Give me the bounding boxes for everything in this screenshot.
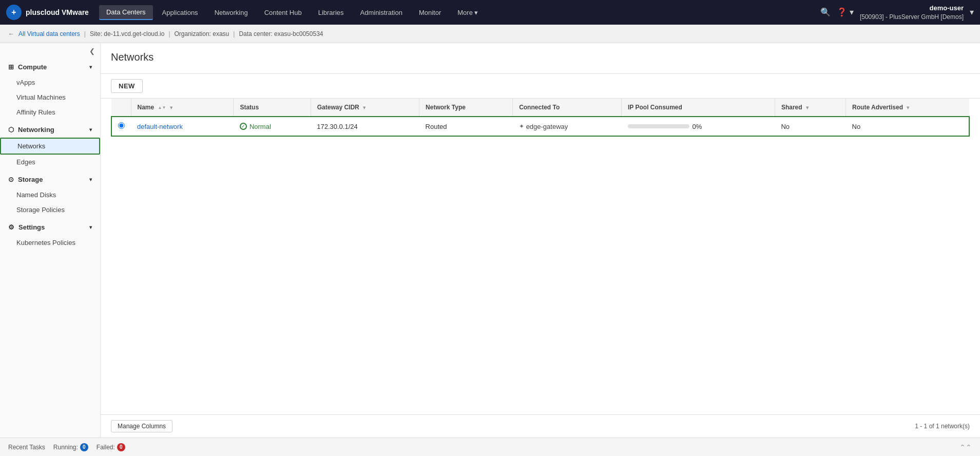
status-bar: Recent Tasks Running: 0 Failed: 0 ⌃⌃ <box>0 438 980 456</box>
sidebar-item-storage-policies[interactable]: Storage Policies <box>0 202 100 217</box>
nav-item-more[interactable]: More ▾ <box>450 6 485 20</box>
networks-table: Name ▲▼ ▾ Status Gateway CIDR ▾ Networ <box>111 99 970 137</box>
row-connected-to-cell: ✦ edge-gateway <box>513 117 622 136</box>
sidebar: ❮ ⊞ Compute ▾ vApps Virtual Machines Aff… <box>0 43 101 438</box>
settings-icon: ⚙ <box>8 223 14 231</box>
row-radio[interactable] <box>118 122 125 129</box>
row-shared-cell: No <box>775 117 846 136</box>
compute-icon: ⊞ <box>8 63 14 71</box>
table-footer: Manage Columns 1 - 1 of 1 network(s) <box>101 414 980 438</box>
search-icon[interactable]: 🔍 <box>820 7 831 17</box>
shared-value: No <box>781 123 790 130</box>
row-status-cell: ✓ Normal <box>234 117 311 136</box>
sidebar-section-compute: ⊞ Compute ▾ vApps Virtual Machines Affin… <box>0 59 100 120</box>
logo-icon: + <box>6 5 22 20</box>
breadcrumb-bar: ← All Virtual data centers | Site: de-11… <box>0 25 980 43</box>
logo-area[interactable]: + pluscloud VMware <box>6 5 89 20</box>
route-advertised-value: No <box>852 123 861 130</box>
sidebar-item-affinity-rules[interactable]: Affinity Rules <box>0 105 100 120</box>
breadcrumb-org: Organization: exasu <box>175 30 229 37</box>
sidebar-section-storage: ⊙ Storage ▾ Named Disks Storage Policies <box>0 172 100 217</box>
user-info[interactable]: demo-user [500903] - PlusServer GmbH [De… <box>860 4 964 22</box>
nav-item-monitor[interactable]: Monitor <box>412 6 448 20</box>
breadcrumb-site: Site: de-11.vcd.get-cloud.io <box>90 30 164 37</box>
gateway-filter-icon[interactable]: ▾ <box>363 105 366 110</box>
settings-chevron: ▾ <box>89 224 92 230</box>
row-ip-pool-cell: 0% <box>622 117 775 136</box>
name-sort-icons[interactable]: ▲▼ <box>158 105 166 110</box>
sidebar-section-header-storage[interactable]: ⊙ Storage ▾ <box>0 172 100 187</box>
networking-chevron: ▾ <box>89 127 92 132</box>
user-name: demo-user <box>860 4 964 13</box>
status-bar-left: Recent Tasks Running: 0 Failed: 0 <box>8 443 125 451</box>
sidebar-item-networks[interactable]: Networks <box>0 138 100 155</box>
separator-3: | <box>233 30 235 37</box>
collapse-icon: ❮ <box>89 47 95 55</box>
th-connected-to: Connected To <box>513 99 622 117</box>
pagination-info: 1 - 1 of 1 network(s) <box>915 423 970 430</box>
help-icon[interactable]: ❓ ▾ <box>837 7 853 17</box>
compute-label: Compute <box>18 63 47 71</box>
networking-label: Networking <box>18 126 54 134</box>
status-bar-collapse-button[interactable]: ⌃⌃ <box>959 443 972 451</box>
sidebar-section-header-settings[interactable]: ⚙ Settings ▾ <box>0 219 100 235</box>
network-name-link[interactable]: default-network <box>137 123 183 130</box>
nav-items: Data Centers Applications Networking Con… <box>99 5 821 20</box>
th-checkbox <box>111 99 131 117</box>
sidebar-section-header-networking[interactable]: ⬡ Networking ▾ <box>0 122 100 138</box>
sidebar-item-edges[interactable]: Edges <box>0 155 100 169</box>
brand-name: pluscloud VMware <box>26 8 89 16</box>
route-advertised-filter-icon[interactable]: ▾ <box>907 105 909 110</box>
edge-gateway: ✦ edge-gateway <box>519 123 616 130</box>
row-route-advertised-cell: No <box>846 117 969 136</box>
status-label: Normal <box>249 123 271 130</box>
network-type-value: Routed <box>426 123 447 130</box>
sidebar-collapse-button[interactable]: ❮ <box>0 43 100 59</box>
nav-item-datacenters[interactable]: Data Centers <box>99 5 153 20</box>
user-menu-chevron[interactable]: ▾ <box>970 7 974 17</box>
new-button[interactable]: NEW <box>111 79 143 93</box>
page-content: Networks NEW Name ▲▼ ▾ Status <box>101 43 980 438</box>
page-header: Networks <box>101 43 980 74</box>
settings-label: Settings <box>18 223 45 231</box>
sidebar-item-virtual-machines[interactable]: Virtual Machines <box>0 90 100 105</box>
row-checkbox-cell[interactable] <box>111 117 131 136</box>
top-navigation: + pluscloud VMware Data Centers Applicat… <box>0 0 980 25</box>
sidebar-item-named-disks[interactable]: Named Disks <box>0 187 100 202</box>
table-container: Name ▲▼ ▾ Status Gateway CIDR ▾ Networ <box>101 99 980 414</box>
action-bar: NEW <box>101 74 980 99</box>
nav-item-administration[interactable]: Administration <box>353 6 410 20</box>
storage-icon: ⊙ <box>8 176 14 183</box>
networking-icon: ⬡ <box>8 126 14 134</box>
nav-item-contenthub[interactable]: Content Hub <box>257 6 309 20</box>
running-count-badge: 0 <box>80 443 88 451</box>
failed-badge: Failed: 0 <box>97 443 125 451</box>
running-badge: Running: 0 <box>53 443 88 451</box>
sidebar-section-header-compute[interactable]: ⊞ Compute ▾ <box>0 59 100 75</box>
th-gateway-cidr[interactable]: Gateway CIDR ▾ <box>311 99 419 117</box>
gateway-cidr-value: 172.30.0.1/24 <box>317 123 358 130</box>
breadcrumb-vdc-link[interactable]: All Virtual data centers <box>18 30 80 37</box>
sidebar-item-vapps[interactable]: vApps <box>0 75 100 90</box>
th-shared[interactable]: Shared ▾ <box>775 99 846 117</box>
sidebar-section-settings: ⚙ Settings ▾ Kubernetes Policies <box>0 219 100 250</box>
storage-label: Storage <box>18 176 43 183</box>
nav-item-applications[interactable]: Applications <box>155 6 205 20</box>
th-route-advertised[interactable]: Route Advertised ▾ <box>846 99 969 117</box>
edge-gateway-label: edge-gateway <box>526 123 568 130</box>
nav-item-networking[interactable]: Networking <box>207 6 255 20</box>
main-container: ❮ ⊞ Compute ▾ vApps Virtual Machines Aff… <box>0 43 980 438</box>
manage-columns-button[interactable]: Manage Columns <box>111 420 172 432</box>
compute-chevron: ▾ <box>89 64 92 70</box>
breadcrumb-datacenter: Data center: exasu-bc0050534 <box>239 30 323 37</box>
row-network-type-cell: Routed <box>419 117 513 136</box>
table-row[interactable]: default-network ✓ Normal 172.30.0.1/24 <box>111 117 969 136</box>
shared-filter-icon[interactable]: ▾ <box>806 105 809 110</box>
sidebar-section-networking: ⬡ Networking ▾ Networks Edges <box>0 122 100 169</box>
sidebar-item-kubernetes-policies[interactable]: Kubernetes Policies <box>0 235 100 250</box>
progress-bar-container: 0% <box>628 123 769 130</box>
name-filter-icon[interactable]: ▾ <box>170 105 172 110</box>
th-name[interactable]: Name ▲▼ ▾ <box>131 99 234 117</box>
separator-1: | <box>84 30 86 37</box>
nav-item-libraries[interactable]: Libraries <box>311 6 351 20</box>
